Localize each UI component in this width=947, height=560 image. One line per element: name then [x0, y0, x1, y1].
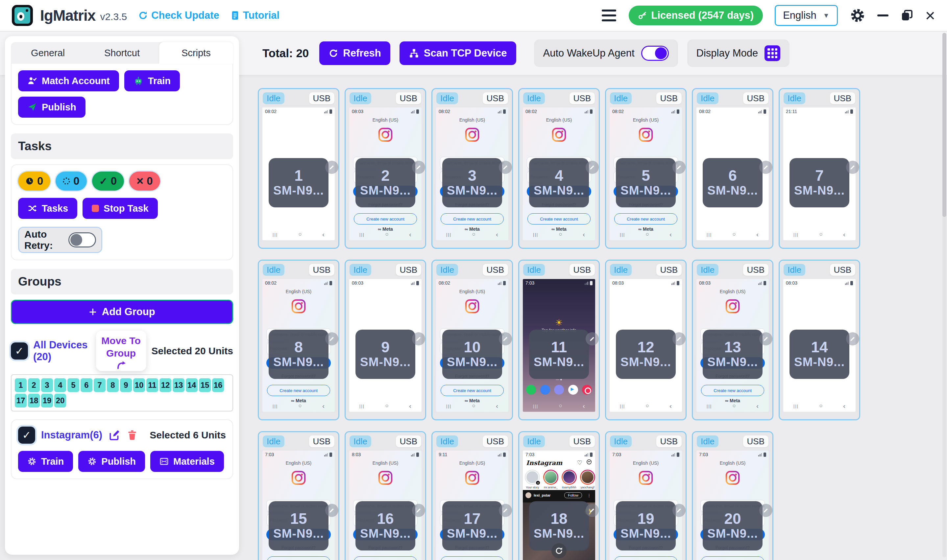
device-chip-11[interactable]: 11: [146, 378, 158, 392]
device-card-1[interactable]: IdleUSB08:02|||○‹1SM-N9...: [258, 88, 339, 249]
instagram-group-checkbox[interactable]: ✓: [18, 426, 35, 444]
device-chip-8[interactable]: 8: [107, 378, 119, 392]
device-chip-12[interactable]: 12: [160, 378, 171, 392]
device-chip-9[interactable]: 9: [120, 378, 132, 392]
device-card-8[interactable]: IdleUSB08:02English (US)Username, email …: [258, 260, 339, 420]
device-card-5[interactable]: IdleUSB08:02English (US)Username, email …: [605, 88, 687, 249]
device-card-10[interactable]: IdleUSB08:02English (US)Username, email …: [431, 260, 513, 420]
group-train-button[interactable]: Train: [18, 451, 73, 472]
instagram-group-label[interactable]: Instagram(6): [41, 429, 102, 441]
edit-device-icon[interactable]: [759, 332, 772, 345]
device-chip-14[interactable]: 14: [186, 378, 198, 392]
device-card-20[interactable]: IdleUSB7:03English (US)Username, email o…: [692, 431, 773, 560]
edit-device-icon[interactable]: [759, 161, 772, 174]
edit-group-icon[interactable]: [108, 429, 121, 442]
device-chip-5[interactable]: 5: [68, 378, 79, 392]
add-group-button[interactable]: + Add Group: [11, 300, 233, 324]
edit-device-icon[interactable]: [499, 332, 512, 345]
display-mode-control[interactable]: Display Mode: [687, 40, 790, 67]
group-publish-button[interactable]: Publish: [78, 451, 145, 472]
device-overlay: 8SM-N9...: [269, 330, 328, 379]
tab-general[interactable]: General: [11, 42, 85, 64]
tasks-button[interactable]: Tasks: [18, 198, 77, 219]
device-card-4[interactable]: IdleUSB08:02English (US)Username, email …: [518, 88, 600, 249]
device-chip-3[interactable]: 3: [41, 378, 53, 392]
vertical-scrollbar[interactable]: [942, 33, 946, 557]
device-chip-19[interactable]: 19: [41, 394, 53, 408]
device-chip-10[interactable]: 10: [133, 378, 145, 392]
edit-device-icon[interactable]: [673, 332, 685, 345]
language-select[interactable]: English ▼: [775, 5, 838, 26]
refresh-button[interactable]: Refresh: [319, 42, 390, 65]
match-account-button[interactable]: Match Account: [18, 70, 119, 91]
device-chip-18[interactable]: 18: [28, 394, 40, 408]
edit-device-icon[interactable]: [759, 504, 772, 517]
device-card-15[interactable]: IdleUSB7:03English (US)Username, email o…: [258, 431, 339, 560]
edit-device-icon[interactable]: [673, 161, 685, 174]
group-materials-button[interactable]: Materials: [150, 451, 224, 472]
edit-device-icon[interactable]: [586, 161, 599, 174]
edit-device-icon[interactable]: [412, 332, 425, 345]
tutorial-link[interactable]: Tutorial: [231, 9, 280, 22]
scan-tcp-device-button[interactable]: Scan TCP Device: [399, 42, 516, 65]
train-button[interactable]: Train: [124, 70, 180, 91]
device-card-9[interactable]: IdleUSB08:03|||○‹9SM-N9...: [345, 260, 426, 420]
move-to-group-button[interactable]: Move To Group: [96, 331, 146, 371]
auto-wakeup-toggle[interactable]: [641, 46, 669, 61]
close-button[interactable]: ×: [925, 7, 935, 24]
edit-device-icon[interactable]: [325, 332, 338, 345]
edit-device-icon[interactable]: [846, 332, 859, 345]
tab-scripts[interactable]: Scripts: [159, 42, 233, 64]
minimize-button[interactable]: [877, 14, 888, 17]
device-card-18[interactable]: IdleUSB7:03Instagram♡+Your storymr.anime…: [518, 431, 600, 560]
device-card-6[interactable]: IdleUSB08:02|||○‹6SM-N9...: [692, 88, 773, 249]
device-chip-13[interactable]: 13: [172, 378, 185, 392]
recents-icon: |||: [533, 403, 538, 409]
delete-group-icon[interactable]: [126, 429, 138, 441]
device-chip-7[interactable]: 7: [94, 378, 106, 392]
home-icon: ○: [472, 231, 475, 238]
edit-device-icon[interactable]: [673, 504, 685, 517]
check-update-link[interactable]: Check Update: [138, 9, 219, 22]
device-card-2[interactable]: IdleUSB08:03English (US)Username, email …: [345, 88, 426, 249]
settings-gear-icon[interactable]: [850, 8, 865, 23]
device-card-17[interactable]: IdleUSB9:11English (US)Username, email o…: [431, 431, 513, 560]
device-card-19[interactable]: IdleUSB7:03English (US)Username, email o…: [605, 431, 687, 560]
device-model: SM-N9...: [621, 527, 671, 541]
edit-device-icon[interactable]: [586, 332, 599, 345]
edit-device-icon[interactable]: [499, 504, 512, 517]
device-card-12[interactable]: IdleUSB08:03|||○‹12SM-N9...: [605, 260, 687, 420]
all-devices-label[interactable]: All Devices (20): [33, 339, 88, 363]
edit-device-icon[interactable]: [412, 504, 425, 517]
auto-retry-toggle[interactable]: [68, 232, 96, 248]
device-chip-16[interactable]: 16: [212, 378, 224, 392]
device-chip-17[interactable]: 17: [15, 394, 27, 408]
device-card-11[interactable]: IdleUSB7:03☀Tap for weather info— ●|||○‹…: [518, 260, 600, 420]
device-card-3[interactable]: IdleUSB08:02English (US)Username, email …: [431, 88, 513, 249]
device-card-13[interactable]: IdleUSB08:03English (US)Username, email …: [692, 260, 773, 420]
signal-icon: [671, 281, 675, 285]
edit-device-icon[interactable]: [846, 161, 859, 174]
edit-device-icon[interactable]: [325, 504, 338, 517]
device-chip-6[interactable]: 6: [80, 378, 92, 392]
publish-button[interactable]: Publish: [18, 97, 86, 118]
device-card-14[interactable]: IdleUSB08:03|||○‹14SM-N9...: [779, 260, 860, 420]
edit-device-icon[interactable]: [499, 161, 512, 174]
phone-time: 08:02: [612, 109, 624, 114]
signal-icon: [671, 109, 675, 114]
edit-device-icon[interactable]: [325, 161, 338, 174]
restore-window-button[interactable]: [900, 9, 913, 22]
device-chip-4[interactable]: 4: [54, 378, 66, 392]
device-chip-2[interactable]: 2: [28, 378, 40, 392]
edit-device-icon[interactable]: [586, 504, 599, 517]
device-chip-15[interactable]: 15: [199, 378, 211, 392]
device-card-16[interactable]: IdleUSB8:03English (US)Username, email o…: [345, 431, 426, 560]
device-chip-20[interactable]: 20: [54, 394, 66, 408]
tab-shortcut[interactable]: Shortcut: [85, 42, 159, 64]
all-devices-checkbox[interactable]: ✓: [11, 342, 28, 360]
stop-task-button[interactable]: Stop Task: [83, 198, 157, 219]
device-chip-1[interactable]: 1: [15, 378, 27, 392]
menu-icon[interactable]: [601, 8, 617, 23]
edit-device-icon[interactable]: [412, 161, 425, 174]
device-card-7[interactable]: IdleUSB21:11|||○‹7SM-N9...: [779, 88, 860, 249]
